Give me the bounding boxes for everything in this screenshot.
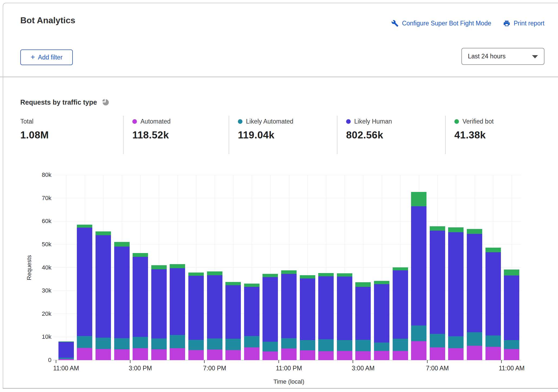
bar-segment-likely-automated[interactable] <box>504 340 519 349</box>
bar-segment-verified-bot[interactable] <box>467 229 482 234</box>
bar-11-00-am[interactable] <box>504 270 519 360</box>
bar-6-00-am[interactable] <box>411 192 426 360</box>
bar-segment-likely-human[interactable] <box>114 247 130 338</box>
bar-segment-likely-automated[interactable] <box>337 340 352 351</box>
bar-segment-likely-automated[interactable] <box>448 336 464 348</box>
bar-segment-likely-automated[interactable] <box>318 339 334 351</box>
bar-segment-likely-automated[interactable] <box>300 340 315 350</box>
bar-segment-automated[interactable] <box>188 350 204 360</box>
bar-segment-verified-bot[interactable] <box>355 282 371 287</box>
bar-segment-automated[interactable] <box>133 348 148 360</box>
bar-segment-likely-human[interactable] <box>262 277 278 342</box>
bar-segment-likely-automated[interactable] <box>467 332 482 346</box>
bar-segment-verified-bot[interactable] <box>170 264 185 268</box>
bar-segment-automated[interactable] <box>58 359 74 360</box>
bar-3-00-am[interactable] <box>355 282 371 360</box>
bar-1-00-pm[interactable] <box>96 231 111 360</box>
bar-segment-automated[interactable] <box>262 351 278 360</box>
bar-12-00-pm[interactable] <box>77 225 92 360</box>
bar-segment-likely-automated[interactable] <box>411 325 426 341</box>
bar-segment-likely-automated[interactable] <box>485 335 501 347</box>
bar-segment-likely-human[interactable] <box>207 275 222 339</box>
bar-1-00-am[interactable] <box>318 273 334 360</box>
bar-segment-likely-human[interactable] <box>485 252 501 335</box>
bar-segment-automated[interactable] <box>151 349 167 360</box>
bar-segment-verified-bot[interactable] <box>244 284 260 287</box>
time-range-dropdown[interactable]: Last 24 hours <box>461 48 544 65</box>
bar-10-00-am[interactable] <box>485 248 501 360</box>
bar-segment-automated[interactable] <box>467 346 482 360</box>
bar-11-00-pm[interactable] <box>281 270 297 360</box>
bar-segment-verified-bot[interactable] <box>300 275 315 278</box>
bar-segment-verified-bot[interactable] <box>207 271 222 275</box>
bar-segment-verified-bot[interactable] <box>485 248 501 252</box>
bar-segment-likely-automated[interactable] <box>207 338 222 349</box>
bar-segment-verified-bot[interactable] <box>393 267 408 270</box>
bar-segment-automated[interactable] <box>485 347 501 360</box>
bar-segment-likely-human[interactable] <box>430 231 445 334</box>
bar-segment-likely-human[interactable] <box>281 274 297 338</box>
bar-segment-likely-human[interactable] <box>58 342 74 357</box>
bar-segment-likely-human[interactable] <box>96 235 111 338</box>
bar-segment-automated[interactable] <box>318 351 334 360</box>
bar-segment-verified-bot[interactable] <box>430 226 445 231</box>
bar-segment-automated[interactable] <box>504 349 519 360</box>
bar-segment-verified-bot[interactable] <box>281 270 297 274</box>
bar-segment-automated[interactable] <box>337 351 352 360</box>
bar-segment-likely-human[interactable] <box>300 278 315 340</box>
bar-segment-automated[interactable] <box>355 351 371 360</box>
bar-segment-likely-automated[interactable] <box>244 336 260 347</box>
bar-5-00-am[interactable] <box>393 267 408 360</box>
bar-segment-automated[interactable] <box>300 350 315 360</box>
bar-segment-automated[interactable] <box>393 351 408 360</box>
bar-segment-verified-bot[interactable] <box>114 242 130 247</box>
bar-11-00-am[interactable] <box>58 341 74 360</box>
bar-5-00-pm[interactable] <box>170 264 185 360</box>
bar-segment-likely-human[interactable] <box>504 275 519 340</box>
bar-segment-likely-human[interactable] <box>448 232 464 336</box>
bar-segment-automated[interactable] <box>448 348 464 360</box>
bar-segment-likely-human[interactable] <box>393 270 408 339</box>
bar-6-00-pm[interactable] <box>188 273 204 360</box>
bar-segment-verified-bot[interactable] <box>411 192 426 206</box>
bar-segment-likely-human[interactable] <box>225 285 241 339</box>
bar-8-00-am[interactable] <box>448 227 464 360</box>
bar-segment-verified-bot[interactable] <box>133 253 148 257</box>
bar-segment-likely-automated[interactable] <box>430 334 445 347</box>
bar-segment-likely-human[interactable] <box>170 268 185 335</box>
bar-segment-verified-bot[interactable] <box>318 273 334 276</box>
bar-4-00-pm[interactable] <box>151 265 167 360</box>
bar-7-00-pm[interactable] <box>207 271 222 360</box>
bar-segment-automated[interactable] <box>114 349 130 360</box>
bar-segment-likely-automated[interactable] <box>281 338 297 349</box>
bar-segment-verified-bot[interactable] <box>151 265 167 269</box>
bar-9-00-pm[interactable] <box>244 284 260 360</box>
bar-segment-likely-automated[interactable] <box>96 338 111 349</box>
bar-segment-verified-bot[interactable] <box>337 273 352 277</box>
bar-segment-automated[interactable] <box>225 350 241 360</box>
bar-segment-automated[interactable] <box>207 350 222 360</box>
bar-segment-verified-bot[interactable] <box>504 270 519 275</box>
bar-segment-likely-automated[interactable] <box>77 336 92 348</box>
bar-segment-likely-automated[interactable] <box>374 343 389 351</box>
bar-segment-likely-automated[interactable] <box>151 338 167 349</box>
bar-segment-likely-automated[interactable] <box>188 340 204 350</box>
print-report-link[interactable]: Print report <box>503 20 544 27</box>
bar-segment-likely-human[interactable] <box>374 284 389 343</box>
bar-segment-automated[interactable] <box>96 349 111 360</box>
bar-segment-likely-automated[interactable] <box>170 335 185 348</box>
bar-segment-automated[interactable] <box>170 348 185 360</box>
bar-segment-automated[interactable] <box>411 341 426 360</box>
bar-4-00-am[interactable] <box>374 281 389 360</box>
bar-segment-likely-human[interactable] <box>337 277 352 340</box>
bar-segment-likely-human[interactable] <box>467 234 482 332</box>
bar-2-00-pm[interactable] <box>114 242 130 360</box>
bar-segment-automated[interactable] <box>281 348 297 360</box>
bar-segment-likely-human[interactable] <box>151 269 167 339</box>
bar-segment-likely-human[interactable] <box>355 287 371 340</box>
bar-segment-verified-bot[interactable] <box>96 231 111 235</box>
bar-segment-likely-human[interactable] <box>77 228 92 336</box>
bar-segment-automated[interactable] <box>244 347 260 360</box>
bar-9-00-am[interactable] <box>467 229 482 360</box>
bar-segment-likely-automated[interactable] <box>133 337 148 348</box>
